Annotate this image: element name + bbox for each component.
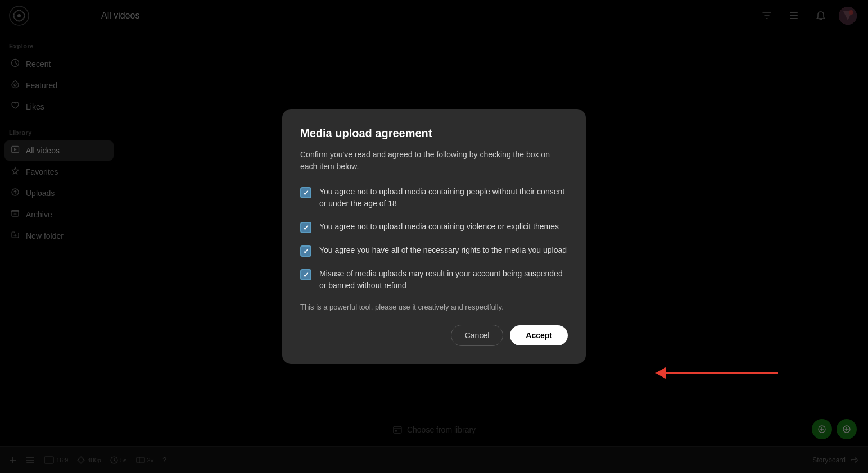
check-icon-3: ✓: [303, 248, 309, 255]
agreement-item-4: ✓ Misuse of media uploads may result in …: [300, 268, 568, 292]
modal-title: Media upload agreement: [300, 127, 568, 140]
checkbox-1[interactable]: ✓: [300, 187, 311, 198]
check-icon-4: ✓: [303, 271, 309, 279]
arrow-annotation: [655, 367, 778, 379]
check-icon-1: ✓: [303, 189, 309, 197]
agreement-text-4: Misuse of media uploads may result in yo…: [319, 268, 568, 292]
modal-subtitle: Confirm you've read and agreed to the fo…: [300, 149, 568, 172]
media-upload-agreement-modal: Media upload agreement Confirm you've re…: [282, 109, 586, 364]
agreement-item-2: ✓ You agree not to upload media containi…: [300, 221, 568, 233]
arrow-head-icon: [655, 367, 666, 379]
agreement-text-2: You agree not to upload media containing…: [319, 221, 559, 233]
agreement-item-1: ✓ You agree not to upload media containi…: [300, 186, 568, 210]
modal-actions: Cancel Accept: [300, 325, 568, 346]
arrow-line: [666, 372, 778, 374]
checkbox-4[interactable]: ✓: [300, 269, 311, 280]
agreement-text-1: You agree not to upload media containing…: [319, 186, 568, 210]
check-icon-2: ✓: [303, 224, 309, 231]
accept-button[interactable]: Accept: [510, 325, 568, 345]
agreement-text-3: You agree you have all of the necessary …: [319, 244, 567, 256]
modal-footer-text: This is a powerful tool, please use it c…: [300, 303, 568, 311]
cancel-button[interactable]: Cancel: [451, 325, 504, 346]
checkbox-2[interactable]: ✓: [300, 222, 311, 233]
checkbox-3[interactable]: ✓: [300, 245, 311, 257]
agreement-item-3: ✓ You agree you have all of the necessar…: [300, 244, 568, 257]
